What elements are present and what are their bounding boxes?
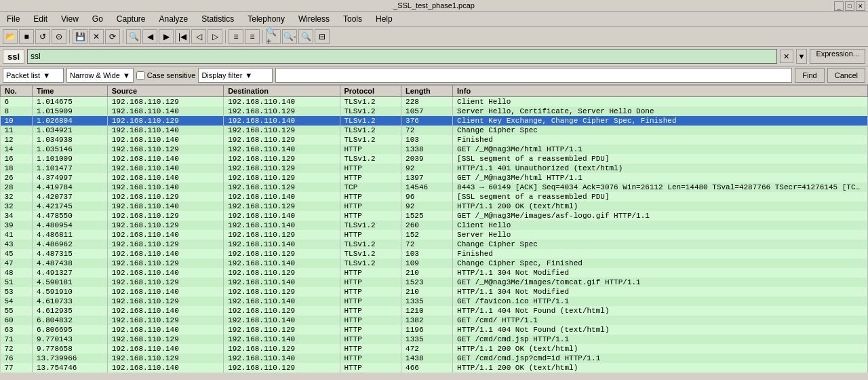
- menu-edit[interactable]: Edit: [29, 13, 52, 25]
- table-row[interactable]: 81.015909192.168.110.140192.168.110.129T…: [1, 107, 868, 116]
- table-row[interactable]: 474.487438192.168.110.129192.168.110.140…: [1, 259, 868, 268]
- open-file-button[interactable]: 📂: [3, 29, 18, 44]
- col-header-time[interactable]: Time: [33, 86, 108, 97]
- case-sensitive-label[interactable]: Case sensitive: [136, 71, 196, 80]
- cell-dst: 192.168.110.129: [224, 126, 340, 135]
- case-sensitive-checkbox[interactable]: [136, 71, 145, 80]
- search-input[interactable]: [275, 68, 792, 83]
- menu-statistics[interactable]: Statistics: [197, 13, 238, 25]
- next-button[interactable]: ▶: [159, 29, 174, 44]
- go-next-button[interactable]: ▷: [208, 29, 222, 44]
- close-capture-button[interactable]: ✕: [89, 29, 104, 44]
- table-row[interactable]: 719.770143192.168.110.129192.168.110.140…: [1, 335, 868, 344]
- filter-dropdown-1[interactable]: ▼: [796, 49, 808, 64]
- table-row[interactable]: 514.590181192.168.110.129192.168.110.140…: [1, 278, 868, 287]
- table-row[interactable]: 121.034938192.168.110.140192.168.110.129…: [1, 135, 868, 145]
- menu-analyze[interactable]: Analyze: [155, 13, 193, 25]
- display-filter-dropdown[interactable]: Display filter ▼: [198, 68, 273, 83]
- table-row[interactable]: 111.034921192.168.110.140192.168.110.129…: [1, 126, 868, 135]
- cell-proto: TLSv1.2: [340, 221, 401, 230]
- menu-go[interactable]: Go: [88, 13, 107, 25]
- table-row[interactable]: 454.487315192.168.110.140192.168.110.129…: [1, 249, 868, 259]
- cell-info: HTTP/1.1 404 Not Found (text/html): [453, 325, 868, 335]
- table-row[interactable]: 344.478550192.168.110.129192.168.110.140…: [1, 211, 868, 221]
- colorize-button[interactable]: ≡: [229, 29, 243, 44]
- table-row[interactable]: 284.419784192.168.110.140192.168.110.129…: [1, 183, 868, 192]
- reload-file-button[interactable]: ⟳: [105, 29, 120, 44]
- table-row[interactable]: 7713.754746192.168.110.140192.168.110.12…: [1, 363, 868, 373]
- col-header-length[interactable]: Length: [401, 86, 453, 97]
- cell-dst: 192.168.110.140: [224, 297, 340, 306]
- table-header-row: No. Time Source Destination Protocol Len…: [1, 86, 868, 97]
- col-header-destination[interactable]: Destination: [224, 86, 340, 97]
- cell-proto: TLSv1.2: [340, 240, 401, 249]
- table-row[interactable]: 414.486811192.168.110.140192.168.110.129…: [1, 230, 868, 240]
- table-row[interactable]: 434.486962192.168.110.129192.168.110.140…: [1, 240, 868, 249]
- table-row[interactable]: 264.374997192.168.110.140192.168.110.129…: [1, 173, 868, 183]
- table-row[interactable]: 484.491327192.168.110.140192.168.110.129…: [1, 268, 868, 278]
- expression-button[interactable]: Expression...: [810, 49, 865, 64]
- packet-list-dropdown[interactable]: Packet list ▼: [3, 68, 64, 83]
- capture-options-button[interactable]: ⊙: [52, 29, 66, 44]
- cell-info: Finished: [453, 249, 868, 259]
- cell-info: HTTP/1.1 304 Not Modified: [453, 287, 868, 297]
- table-row[interactable]: 101.026804192.168.110.129192.168.110.140…: [1, 116, 868, 126]
- table-row[interactable]: 534.591910192.168.110.140192.168.110.129…: [1, 287, 868, 297]
- table-row[interactable]: 544.610733192.168.110.129192.168.110.140…: [1, 297, 868, 306]
- packet-table-container[interactable]: No. Time Source Destination Protocol Len…: [0, 85, 868, 380]
- table-row[interactable]: 636.806695192.168.110.140192.168.110.129…: [1, 325, 868, 335]
- filter-input[interactable]: [27, 49, 776, 64]
- cell-time: 4.591910: [33, 287, 108, 297]
- go-first-button[interactable]: |◀: [175, 29, 190, 44]
- narrow-wide-dropdown[interactable]: Narrow & Wide ▼: [66, 68, 134, 83]
- cell-no: 48: [1, 268, 33, 278]
- menu-tools[interactable]: Tools: [339, 13, 366, 25]
- go-prev-button[interactable]: ◁: [191, 29, 206, 44]
- col-header-info[interactable]: Info: [453, 86, 868, 97]
- menu-file[interactable]: File: [3, 13, 24, 25]
- close-button[interactable]: ✕: [856, 1, 865, 11]
- cell-src: 192.168.110.129: [107, 354, 223, 363]
- menu-capture[interactable]: Capture: [113, 13, 150, 25]
- cell-src: 192.168.110.140: [107, 173, 223, 183]
- cell-src: 192.168.110.129: [107, 211, 223, 221]
- auto-scroll-button[interactable]: ≡: [245, 29, 260, 44]
- cell-len: 1438: [401, 354, 453, 363]
- col-header-source[interactable]: Source: [107, 86, 223, 97]
- minimize-button[interactable]: _: [834, 1, 844, 11]
- cancel-button[interactable]: Cancel: [827, 68, 865, 83]
- table-row[interactable]: 324.421745192.168.110.140192.168.110.129…: [1, 202, 868, 211]
- cell-no: 32: [1, 202, 33, 211]
- table-row[interactable]: 554.612935192.168.110.140192.168.110.129…: [1, 306, 868, 316]
- menu-telephony[interactable]: Telephony: [243, 13, 289, 25]
- reload-button[interactable]: ↺: [35, 29, 50, 44]
- menu-wireless[interactable]: Wireless: [294, 13, 334, 25]
- find-button[interactable]: Find: [795, 68, 824, 83]
- table-row[interactable]: 181.101477192.168.110.140192.168.110.129…: [1, 164, 868, 173]
- menu-help[interactable]: Help: [372, 13, 397, 25]
- table-row[interactable]: 729.778658192.168.110.140192.168.110.129…: [1, 344, 868, 354]
- table-row[interactable]: 161.101009192.168.110.140192.168.110.129…: [1, 154, 868, 164]
- table-row[interactable]: 324.420737192.168.110.129192.168.110.140…: [1, 192, 868, 202]
- stop-button[interactable]: ■: [19, 29, 34, 44]
- find-button[interactable]: 🔍: [126, 29, 141, 44]
- cell-time: 1.014675: [33, 97, 108, 107]
- menu-view[interactable]: View: [57, 13, 83, 25]
- table-row[interactable]: 394.480954192.168.110.129192.168.110.140…: [1, 221, 868, 230]
- zoom-out-button[interactable]: 🔍-: [282, 29, 297, 44]
- filter-clear-button[interactable]: ✕: [780, 50, 793, 63]
- save-button[interactable]: 💾: [73, 29, 87, 44]
- col-header-no[interactable]: No.: [1, 86, 33, 97]
- resize-columns-button[interactable]: ⊟: [315, 29, 330, 44]
- table-row[interactable]: 606.804832192.168.110.129192.168.110.140…: [1, 316, 868, 325]
- table-row[interactable]: 61.014675192.168.110.129192.168.110.140T…: [1, 97, 868, 107]
- table-row[interactable]: 7613.739966192.168.110.129192.168.110.14…: [1, 354, 868, 363]
- zoom-in-button[interactable]: 🔍+: [266, 29, 281, 44]
- cell-proto: TLSv1.2: [340, 259, 401, 268]
- maximize-button[interactable]: □: [845, 1, 854, 11]
- col-header-protocol[interactable]: Protocol: [340, 86, 401, 97]
- table-row[interactable]: 141.035146192.168.110.129192.168.110.140…: [1, 145, 868, 154]
- zoom-normal-button[interactable]: 🔍: [298, 29, 313, 44]
- cell-dst: 192.168.110.129: [224, 268, 340, 278]
- prev-button[interactable]: ◀: [142, 29, 157, 44]
